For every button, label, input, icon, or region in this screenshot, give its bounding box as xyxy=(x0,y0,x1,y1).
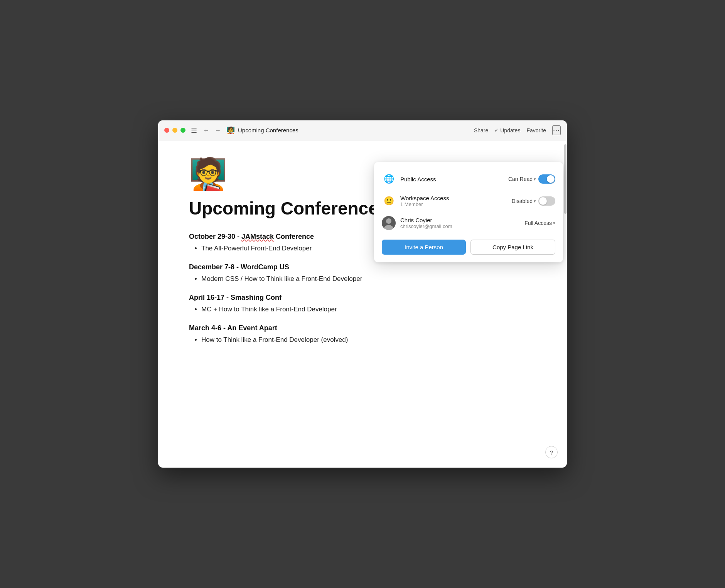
help-button[interactable]: ? xyxy=(545,446,558,458)
svg-point-1 xyxy=(386,218,391,224)
list-item: MC + How to Think like a Front-End Devel… xyxy=(201,306,536,313)
app-window: ☰ ← → 🧑‍🏫 Upcoming Conferences Share ✓ U… xyxy=(158,120,567,468)
title-bar-actions: Share ✓ Updates Favorite ··· xyxy=(474,125,561,135)
workspace-access-sub: 1 Member xyxy=(400,201,512,207)
user-info: Chris Coyier chriscoyier@gmail.com xyxy=(400,217,524,229)
workspace-access-icon: 🙂 xyxy=(382,194,396,208)
user-row: Chris Coyier chriscoyier@gmail.com Full … xyxy=(374,212,563,234)
public-access-toggle[interactable] xyxy=(538,174,555,184)
sidebar-toggle-icon[interactable]: ☰ xyxy=(191,126,197,135)
public-access-info: Public Access xyxy=(400,176,508,182)
scrollbar-thumb[interactable] xyxy=(564,144,567,214)
public-access-icon: 🌐 xyxy=(382,172,396,186)
list-item: Modern CSS / How to Think like a Front-E… xyxy=(201,275,536,283)
section-3-title: April 16-17 - Smashing Conf xyxy=(189,294,536,302)
section-2-title: December 7-8 - WordCamp US xyxy=(189,263,536,271)
forward-button[interactable]: → xyxy=(213,126,223,135)
nav-arrows: ← → xyxy=(202,126,223,135)
maximize-button[interactable] xyxy=(180,128,185,133)
workspace-access-row: 🙂 Workspace Access 1 Member Disabled ▾ xyxy=(374,190,563,212)
favorite-button[interactable]: Favorite xyxy=(526,127,546,133)
public-access-name: Public Access xyxy=(400,176,508,182)
traffic-lights xyxy=(164,128,185,133)
public-access-row: 🌐 Public Access Can Read ▾ xyxy=(374,168,563,190)
workspace-access-toggle[interactable] xyxy=(538,196,555,206)
share-button[interactable]: Share xyxy=(474,127,488,133)
page-title-bar-label: Upcoming Conferences xyxy=(238,127,298,133)
chevron-down-icon: ▾ xyxy=(553,221,555,226)
section-4-title: March 4-6 - An Event Apart xyxy=(189,324,536,332)
section-4: March 4-6 - An Event Apart How to Think … xyxy=(189,324,536,344)
chevron-down-icon: ▾ xyxy=(534,177,536,182)
toggle-knob xyxy=(539,197,547,205)
user-access-control: Full Access ▾ xyxy=(524,220,555,226)
page-emoji: 🧑‍🏫 xyxy=(226,126,235,135)
workspace-access-info: Workspace Access 1 Member xyxy=(400,195,512,207)
close-button[interactable] xyxy=(164,128,169,133)
list-item: How to Think like a Front-End Developer … xyxy=(201,336,536,344)
minimize-button[interactable] xyxy=(172,128,177,133)
public-access-dropdown[interactable]: Can Read ▾ xyxy=(508,176,536,182)
share-popup: 🌐 Public Access Can Read ▾ 🙂 xyxy=(374,162,563,262)
user-name: Chris Coyier xyxy=(400,217,524,223)
section-3: April 16-17 - Smashing Conf MC + How to … xyxy=(189,294,536,313)
workspace-access-control: Disabled ▾ xyxy=(512,196,555,206)
content-area: 🧑‍🏫 Upcoming Conferences October 29-30 -… xyxy=(158,140,567,468)
scrollbar-track[interactable] xyxy=(564,140,567,468)
user-email: chriscoyier@gmail.com xyxy=(400,223,524,229)
updates-button[interactable]: ✓ Updates xyxy=(494,127,520,133)
avatar xyxy=(382,216,396,230)
page-icon-title: 🧑‍🏫 Upcoming Conferences xyxy=(226,126,474,135)
invite-person-button[interactable]: Invite a Person xyxy=(382,240,466,255)
chevron-down-icon: ▾ xyxy=(534,199,536,204)
share-popup-buttons: Invite a Person Copy Page Link xyxy=(374,234,563,256)
user-access-dropdown[interactable]: Full Access ▾ xyxy=(524,220,555,226)
workspace-access-name: Workspace Access xyxy=(400,195,512,201)
back-button[interactable]: ← xyxy=(202,126,211,135)
workspace-access-dropdown[interactable]: Disabled ▾ xyxy=(512,198,536,204)
check-icon: ✓ xyxy=(494,127,499,133)
copy-page-link-button[interactable]: Copy Page Link xyxy=(470,240,555,255)
public-access-control: Can Read ▾ xyxy=(508,174,555,184)
title-bar: ☰ ← → 🧑‍🏫 Upcoming Conferences Share ✓ U… xyxy=(158,120,567,140)
section-2: December 7-8 - WordCamp US Modern CSS / … xyxy=(189,263,536,283)
toggle-knob xyxy=(547,175,555,183)
more-options-button[interactable]: ··· xyxy=(552,125,561,135)
